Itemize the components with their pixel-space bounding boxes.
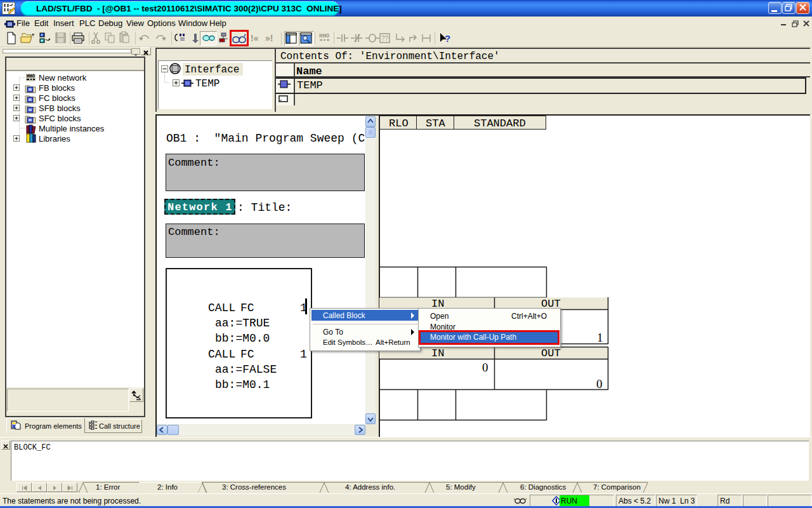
svg-text:HHO: HHO [319,33,330,39]
svg-text:»!: »! [265,33,273,43]
svg-text:!«: !« [251,33,259,43]
svg-text:?: ? [445,33,450,44]
svg-text:HHO: HHO [27,74,35,79]
svg-text:??: ?? [381,35,389,42]
